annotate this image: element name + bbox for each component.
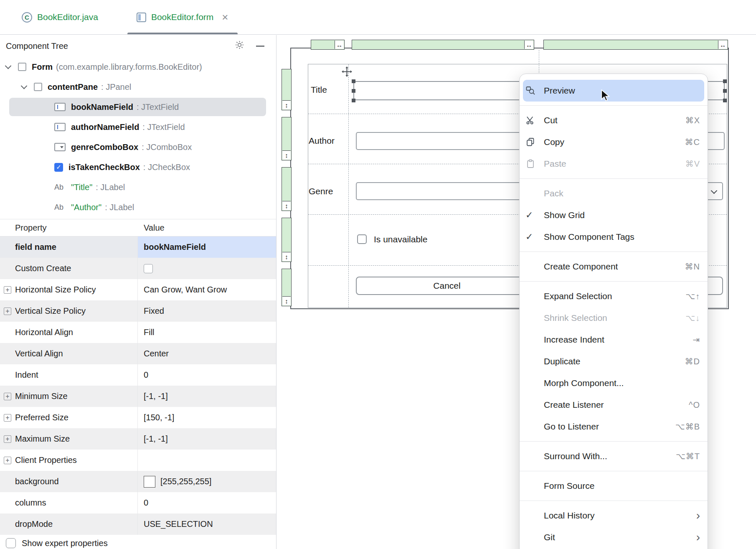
property-value: [-1, -1]	[144, 434, 168, 444]
close-icon[interactable]: ×	[222, 12, 228, 23]
selection-handle[interactable]	[352, 89, 355, 93]
menu-item-create-component[interactable]: Create Component ⌘N	[520, 256, 708, 277]
menu-item-copy[interactable]: Copy ⌘C	[520, 131, 708, 153]
is-unavailable-label[interactable]: Is unavailable	[374, 234, 427, 244]
expand-icon[interactable]	[4, 414, 11, 422]
property-row-preferred-size[interactable]: Preferred Size [150, -1]	[0, 407, 276, 428]
expand-icon[interactable]	[4, 457, 11, 464]
menu-item-create-listener[interactable]: Create Listener ^O	[520, 394, 708, 416]
menu-item-git[interactable]: Git	[520, 526, 708, 548]
selection-handle[interactable]	[723, 79, 727, 83]
menu-separator	[520, 105, 708, 106]
h-resize-icon[interactable]	[335, 41, 344, 49]
title-label[interactable]: Title	[311, 85, 327, 95]
tab-bookeditor-java[interactable]: C BookEditor.java	[11, 0, 109, 34]
v-resize-icon[interactable]	[282, 296, 291, 305]
expand-icon[interactable]	[4, 308, 11, 315]
menu-item-label: Paste	[544, 159, 685, 169]
property-row-dropmode[interactable]: dropMode USE_SELECTION	[0, 513, 276, 535]
tab-bookeditor-form[interactable]: BookEditor.form ×	[126, 0, 239, 34]
property-row-custom-create[interactable]: Custom Create	[0, 258, 276, 279]
menu-separator	[520, 441, 708, 442]
menu-item-label: Duplicate	[544, 356, 685, 366]
menu-item-cut[interactable]: Cut ⌘X	[520, 109, 708, 131]
property-row-horizontal-align[interactable]: Horizontal Align Fill	[0, 322, 276, 343]
h-resize-icon[interactable]	[524, 41, 533, 49]
selection-handle[interactable]	[723, 99, 727, 102]
class-icon: C	[22, 12, 32, 23]
expand-icon[interactable]	[4, 393, 11, 400]
menu-item-form-source[interactable]: Form Source	[520, 475, 708, 497]
menu-item-expand-selection[interactable]: Expand Selection ⌥↑	[520, 285, 708, 307]
property-table: field name bookNameField Custom Create H…	[0, 236, 276, 535]
clipboard-icon	[525, 159, 544, 169]
property-row-vertical-size-policy[interactable]: Vertical Size Policy Fixed	[0, 300, 276, 322]
property-row-field-name[interactable]: field name bookNameField	[0, 236, 276, 258]
grid-row-header[interactable]	[282, 269, 292, 306]
grid-row-header[interactable]	[282, 167, 292, 211]
grid-row-header[interactable]	[282, 218, 292, 262]
menu-item-surround-with[interactable]: Surround With... ⌥⌘T	[520, 445, 708, 467]
property-name: Maximum Size	[15, 434, 70, 444]
property-row-indent[interactable]: Indent 0	[0, 364, 276, 386]
grid-row-header[interactable]	[282, 117, 292, 160]
chevron-down-icon[interactable]	[5, 62, 12, 69]
menu-item-local-history[interactable]: Local History	[520, 505, 708, 526]
menu-item-preview[interactable]: Preview	[523, 80, 704, 102]
cancel-button[interactable]: Cancel	[356, 277, 538, 295]
gear-icon[interactable]	[235, 40, 244, 52]
grid-row-header[interactable]	[282, 69, 292, 110]
tree-item-booknamefield[interactable]: bookNameField : JTextField	[0, 97, 276, 117]
property-name: field name	[15, 242, 56, 252]
menu-item-show-grid[interactable]: Show Grid	[520, 204, 708, 226]
property-row-maximum-size[interactable]: Maximum Size [-1, -1]	[0, 428, 276, 450]
property-row-background[interactable]: background [255,255,255]	[0, 471, 276, 492]
expert-checkbox[interactable]	[6, 538, 16, 548]
menu-item-label: Preview	[544, 86, 700, 96]
custom-create-checkbox[interactable]	[144, 264, 153, 273]
selection-handle[interactable]	[352, 99, 355, 102]
property-value: 0	[144, 498, 148, 508]
v-resize-icon[interactable]	[282, 201, 291, 210]
property-row-minimum-size[interactable]: Minimum Size [-1, -1]	[0, 386, 276, 407]
is-unavailable-checkbox[interactable]	[357, 234, 367, 244]
minimize-icon[interactable]	[256, 46, 264, 47]
move-handle-icon[interactable]	[341, 66, 353, 77]
checkmark-icon	[525, 210, 533, 221]
v-resize-icon[interactable]	[282, 252, 291, 261]
menu-item-go-to-listener[interactable]: Go to Listener ⌥⌘B	[520, 416, 708, 437]
selection-handle[interactable]	[352, 79, 355, 83]
v-resize-icon[interactable]	[282, 150, 291, 160]
tree-item-istakencheckbox[interactable]: isTakenCheckBox : JCheckBox	[0, 157, 276, 177]
show-expert-properties[interactable]: Show expert properties	[0, 535, 276, 549]
property-value: Can Grow, Want Grow	[144, 285, 227, 295]
h-resize-icon[interactable]	[718, 41, 727, 49]
tree-item-authornamefield[interactable]: authorNameField : JTextField	[0, 117, 276, 137]
tree-item-form[interactable]: Form (com.example.library.forms.BookEdit…	[0, 57, 276, 77]
tree-item-genrecombobox[interactable]: genreComboBox : JComboBox	[0, 137, 276, 157]
color-swatch[interactable]	[144, 476, 155, 488]
menu-item-duplicate[interactable]: Duplicate ⌘D	[520, 351, 708, 372]
menu-item-show-component-tags[interactable]: Show Component Tags	[520, 226, 708, 248]
menu-item-increase-indent[interactable]: Increase Indent ⇥	[520, 329, 708, 351]
grid-column-header[interactable]	[543, 40, 728, 50]
form-designer-canvas[interactable]: Title Author Genre Is unavailable Cancel…	[277, 35, 756, 549]
property-value: [150, -1]	[144, 413, 174, 422]
property-row-vertical-align[interactable]: Vertical Align Center	[0, 343, 276, 364]
grid-column-header[interactable]	[352, 40, 534, 50]
property-row-client-properties[interactable]: Client Properties	[0, 450, 276, 471]
menu-item-morph-component[interactable]: Morph Component...	[520, 372, 708, 394]
genre-label[interactable]: Genre	[309, 186, 333, 196]
expand-icon[interactable]	[4, 286, 11, 294]
tree-item-author-label[interactable]: Ab "Author" : JLabel	[0, 197, 276, 217]
grid-column-header[interactable]	[311, 40, 345, 50]
property-row-columns[interactable]: columns 0	[0, 492, 276, 513]
author-label[interactable]: Author	[309, 136, 335, 146]
property-row-horizontal-size-policy[interactable]: Horizontal Size Policy Can Grow, Want Gr…	[0, 279, 276, 300]
v-resize-icon[interactable]	[282, 100, 291, 109]
expand-icon[interactable]	[4, 435, 11, 443]
tree-item-title-label[interactable]: Ab "Title" : JLabel	[0, 177, 276, 197]
selection-handle[interactable]	[723, 89, 727, 93]
chevron-down-icon[interactable]	[21, 82, 28, 89]
tree-item-contentpane[interactable]: contentPane : JPanel	[0, 77, 276, 97]
